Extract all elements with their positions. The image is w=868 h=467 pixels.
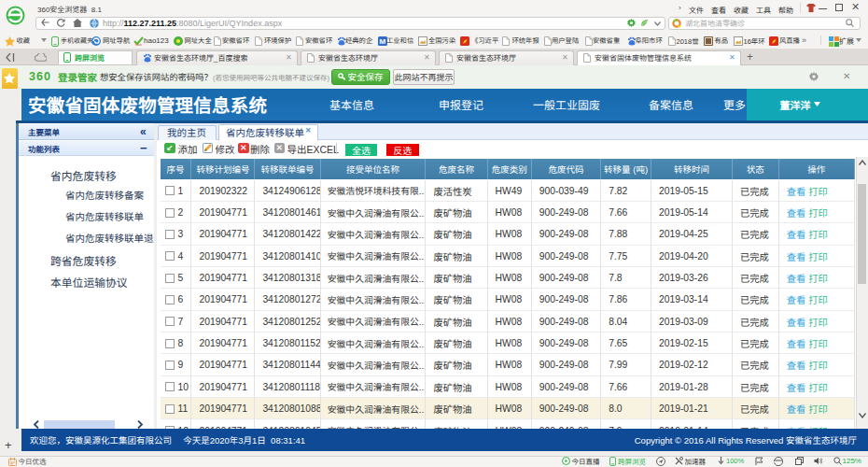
svg-text:hao: hao xyxy=(135,42,142,46)
svg-text:M: M xyxy=(379,37,385,46)
